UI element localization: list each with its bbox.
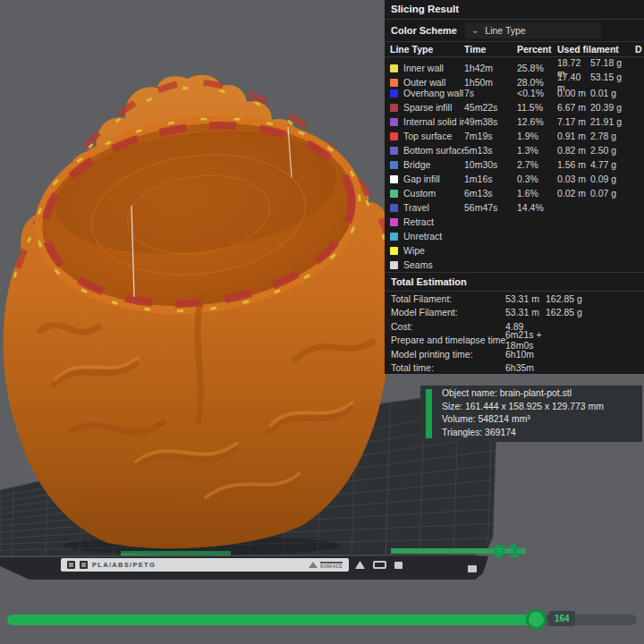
line-type-label: Travel	[403, 202, 429, 213]
line-type-color-swatch	[390, 190, 398, 198]
line-type-color-swatch	[390, 247, 398, 255]
percent-value: <0.1%	[517, 88, 557, 98]
percent-value: 12.6%	[517, 116, 557, 127]
line-type-color-swatch	[390, 204, 398, 212]
object-name-text: Object name: brain-plant-pot.stl	[442, 388, 572, 398]
line-type-row[interactable]: Overhang wall7s<0.1%0.00 m0.01 g	[385, 86, 644, 100]
plate-square-icon	[394, 562, 402, 569]
line-type-label: Top surface	[403, 131, 452, 141]
estimation-value: 6h10m	[505, 349, 546, 360]
filament-weight: 2.78 g	[590, 131, 616, 141]
filament-weight: 2.50 g	[590, 145, 616, 156]
time-value: 1h42m	[464, 63, 517, 73]
line-type-row[interactable]: Top surface7m19s1.9%0.91 m2.78 g	[385, 129, 644, 143]
plate-brand-logo: SURFACE	[309, 562, 343, 569]
total-estimation-row: Prepare and timelapse time:6m21s + 18m0s	[385, 334, 644, 348]
object-volume-text: Volume: 548214 mm³	[442, 414, 530, 424]
line-type-row[interactable]: Bottom surface5m13s1.3%0.82 m2.50 g	[385, 143, 644, 157]
line-type-row[interactable]: Gap infill1m16s0.3%0.03 m0.09 g	[385, 172, 644, 186]
line-type-color-swatch	[390, 175, 398, 183]
plate-tab-icon	[468, 565, 477, 572]
header-used-filament: Used filament	[557, 44, 635, 55]
filament-length: 0.03 m	[557, 174, 590, 184]
percent-value: 14.4%	[517, 202, 557, 213]
filament-length: 7.17 m	[557, 116, 590, 127]
filament-length: 0.00 m	[557, 88, 590, 98]
line-type-row[interactable]: Bridge10m30s2.7%1.56 m4.77 g	[385, 157, 644, 172]
line-type-table-body: Inner wall1h42m25.8%18.72 m57.18 gOuter …	[385, 57, 644, 272]
line-type-row[interactable]: Wipe	[385, 243, 644, 258]
total-estimation-row: Total Filament:53.31 m162.85 g	[385, 292, 644, 306]
time-value: 7m19s	[464, 131, 517, 141]
percent-value: 28.0%	[517, 77, 557, 88]
object-size-text: Size: 161.444 x 158.925 x 129.773 mm	[442, 402, 604, 411]
object-triangles-text: Triangles: 369174	[442, 428, 516, 437]
time-value: 56m47s	[464, 202, 517, 213]
time-value: 1m16s	[464, 174, 517, 184]
line-type-row[interactable]: Travel56m47s14.4%	[385, 200, 644, 215]
line-type-color-swatch	[390, 118, 398, 126]
time-value: 5m13s	[464, 145, 517, 156]
line-type-row[interactable]: Seams	[385, 258, 644, 272]
plate-material-label: PLA/ABS/PETG	[92, 561, 156, 569]
slicing-result-panel: Slicing Result Color Scheme ⌄ Line Type …	[385, 0, 644, 374]
layer-slider-handle[interactable]	[526, 609, 547, 630]
total-estimation-row: Total time:6h35m	[385, 361, 644, 376]
filament-length: 0.82 m	[557, 145, 590, 156]
line-type-row[interactable]: Inner wall1h42m25.8%18.72 m57.18 g	[385, 57, 644, 72]
line-type-label: Seams	[403, 259, 433, 270]
line-type-color-swatch	[390, 218, 398, 226]
estimation-value-2: 162.85 g	[546, 307, 582, 318]
estimation-value: 53.31 m	[505, 293, 546, 304]
line-type-row[interactable]: Outer wall1h50m28.0%17.40 m53.15 g	[385, 72, 644, 86]
header-time: Time	[464, 44, 517, 55]
color-scheme-row: Color Scheme ⌄ Line Type	[385, 20, 644, 41]
line-type-label: Inner wall	[403, 63, 444, 73]
percent-value: 0.3%	[517, 174, 557, 184]
line-type-label: Outer wall	[403, 77, 445, 88]
color-scheme-dropdown[interactable]: ⌄ Line Type	[465, 23, 601, 38]
estimation-label: Total Filament:	[391, 293, 505, 304]
time-value: 6m13s	[464, 188, 517, 199]
percent-value: 1.6%	[517, 188, 557, 199]
color-scheme-label: Color Scheme	[391, 25, 457, 36]
header-line-type: Line Type	[390, 44, 464, 55]
filament-length: 1.56 m	[557, 159, 590, 170]
total-estimation-body: Total Filament:53.31 m162.85 gModel Fila…	[385, 292, 644, 375]
time-value: 7s	[464, 88, 517, 98]
line-type-color-swatch	[390, 89, 398, 97]
line-type-row[interactable]: Custom6m13s1.6%0.02 m0.07 g	[385, 186, 644, 200]
line-type-color-swatch	[390, 79, 398, 87]
plate-number: 01	[493, 540, 523, 562]
plate-marker-icon	[67, 561, 75, 569]
time-value: 10m30s	[464, 159, 517, 170]
line-type-color-swatch	[390, 104, 398, 112]
line-type-color-swatch	[390, 147, 398, 155]
percent-value: 1.9%	[517, 131, 557, 141]
line-type-label: Sparse infill	[403, 102, 452, 113]
filament-weight: 21.91 g	[590, 116, 622, 127]
percent-value: 2.7%	[517, 159, 557, 170]
header-percent: Percent	[517, 44, 557, 55]
line-type-label: Bottom surface	[403, 145, 464, 156]
line-type-row[interactable]: Sparse infill45m22s11.5%6.67 m20.39 g	[385, 100, 644, 114]
time-value: 1h50m	[464, 77, 517, 88]
plate-qr-icon	[80, 561, 88, 569]
filament-weight: 0.01 g	[590, 88, 616, 98]
filament-length: 6.67 m	[557, 102, 590, 113]
header-display: D	[635, 44, 644, 55]
filament-weight: 0.07 g	[590, 188, 616, 199]
line-type-row[interactable]: Unretract	[385, 229, 644, 243]
line-type-color-swatch	[390, 64, 398, 72]
color-scheme-value: Line Type	[485, 25, 525, 36]
time-value: 45m22s	[464, 102, 517, 113]
line-type-label: Bridge	[403, 159, 430, 170]
total-estimation-title: Total Estimation	[385, 273, 644, 291]
object-info-tooltip: Object name: brain-plant-pot.stl Size: 1…	[420, 386, 642, 442]
mountain-icon	[309, 562, 318, 568]
line-type-row[interactable]: Internal solid infill49m38s12.6%7.17 m21…	[385, 114, 644, 129]
plate-surface-label: SURFACE	[320, 562, 343, 569]
line-type-row[interactable]: Retract	[385, 215, 644, 229]
filament-length: 0.02 m	[557, 188, 590, 199]
chevron-down-icon: ⌄	[471, 26, 479, 35]
